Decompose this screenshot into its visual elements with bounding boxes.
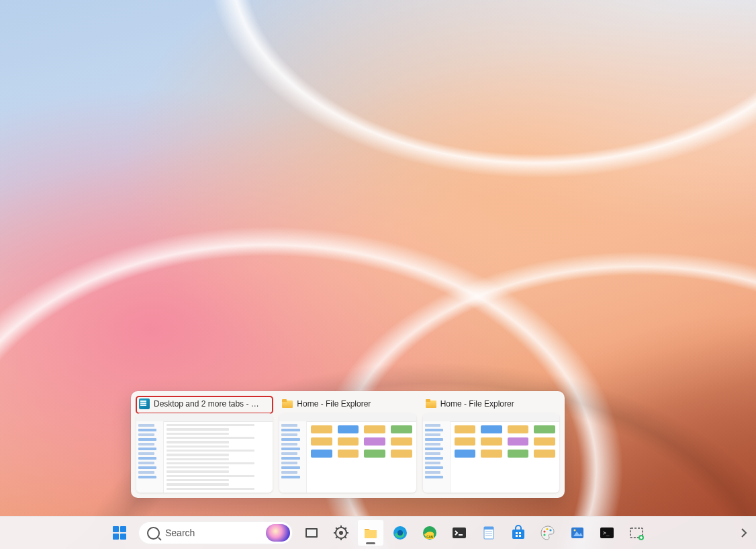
svg-rect-10 [334,532,336,534]
folder-icon [426,398,436,409]
window-preview-title: Home - File Explorer [297,399,412,409]
store-icon [510,525,526,541]
desktop-tabs-icon [139,398,150,409]
search-highlight-orb [266,524,290,542]
cmd-icon: >_ [599,525,615,541]
window-preview-title: Desktop and 2 more tabs - … [154,399,269,409]
window-preview-header: Desktop and 2 more tabs - … [136,396,273,413]
gear-icon [333,525,349,541]
taskbar-snipping-tool[interactable] [623,519,650,546]
notepad-icon [481,525,497,541]
taskbar-photos[interactable] [564,519,591,546]
taskbar-preview-flyout: Desktop and 2 more tabs - …Home - File E… [131,391,565,498]
folder-icon [363,525,379,541]
window-preview-thumbnail [136,413,273,493]
svg-rect-25 [516,532,518,534]
svg-text:CAN: CAN [426,536,433,539]
taskbar-notepad[interactable] [475,519,502,546]
taskbar-terminal[interactable] [446,519,473,546]
svg-point-35 [574,530,576,532]
photos-icon [569,525,585,541]
terminal-icon [451,525,467,541]
window-preview-header: Home - File Explorer [279,396,416,413]
edgecan-icon: CAN [422,525,438,541]
taskbar-cmd[interactable]: >_ [594,519,620,546]
svg-rect-24 [512,530,524,539]
taskbar: Search CAN>_ [0,516,756,549]
taskbar-file-explorer[interactable] [357,519,384,546]
paint-icon [540,525,556,541]
window-preview-card[interactable]: Home - File Explorer [279,396,416,493]
svg-text:>_: >_ [603,530,610,536]
taskbar-paint[interactable] [534,519,561,546]
taskbar-search[interactable]: Search [138,521,293,544]
window-preview-title: Home - File Explorer [440,399,555,409]
window-preview-card[interactable]: Desktop and 2 more tabs - … [136,396,273,493]
edge-icon [392,525,408,541]
svg-rect-27 [516,535,518,537]
taskbar-task-view[interactable] [298,519,325,546]
search-icon [147,527,160,540]
svg-point-3 [339,531,343,535]
svg-rect-28 [519,535,521,537]
svg-point-31 [549,529,551,531]
svg-rect-1 [307,530,316,536]
show-hidden-icons-chevron[interactable] [736,525,752,541]
svg-rect-6 [346,532,348,534]
svg-point-29 [543,530,545,532]
svg-rect-26 [519,532,521,534]
folder-icon [282,398,293,409]
start-button[interactable] [106,519,133,546]
window-preview-thumbnail [423,413,559,493]
window-preview-card[interactable]: Home - File Explorer [423,396,559,493]
taskbar-store[interactable] [505,519,532,546]
svg-point-32 [543,534,545,536]
svg-rect-17 [453,527,466,538]
svg-point-30 [546,528,548,530]
svg-rect-8 [340,538,342,540]
svg-point-13 [397,530,403,536]
svg-rect-4 [340,525,342,528]
taskbar-settings[interactable] [328,519,355,546]
windows-icon [113,526,126,540]
snip-icon [628,525,645,541]
search-placeholder: Search [165,527,195,538]
taskbar-edge-canary[interactable]: CAN [416,519,443,546]
taskview-icon [303,525,320,541]
window-preview-thumbnail [279,413,416,493]
svg-rect-20 [484,527,493,530]
taskbar-edge[interactable] [387,519,414,546]
window-preview-header: Home - File Explorer [423,396,559,413]
